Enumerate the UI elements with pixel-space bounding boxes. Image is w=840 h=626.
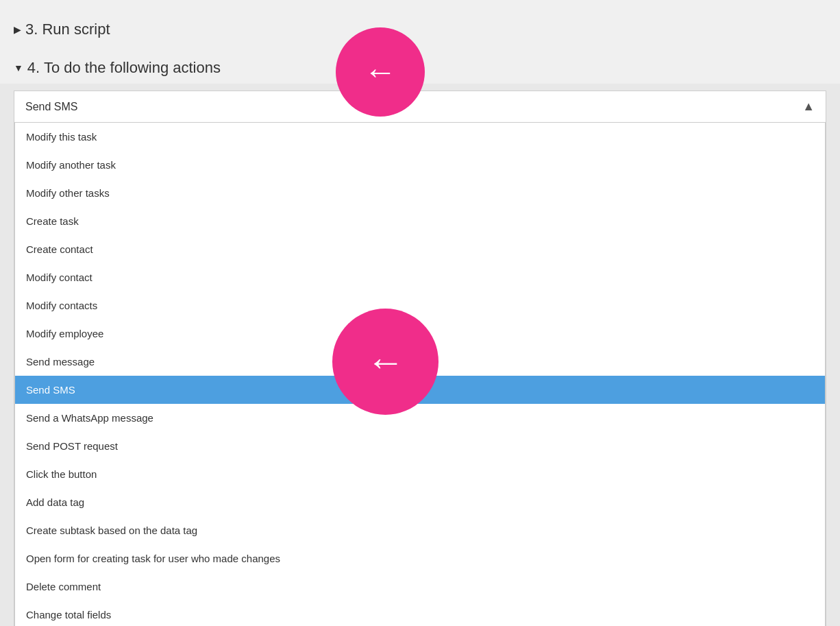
option-send-whatsapp[interactable]: Send a WhatsApp message	[15, 404, 825, 432]
action-dropdown-value: Send SMS	[25, 101, 77, 113]
arrow-circle-mid: ←	[332, 309, 438, 415]
section-3-triangle: ▶	[14, 24, 21, 35]
arrow-left-icon-mid: ←	[367, 343, 405, 381]
arrow-left-icon-top: ←	[364, 56, 397, 88]
option-open-form[interactable]: Open form for creating task for user who…	[15, 544, 825, 573]
section-3[interactable]: ▶ 3. Run script	[0, 14, 840, 45]
option-create-subtask[interactable]: Create subtask based on the data tag	[15, 516, 825, 544]
section-4-label: 4. To do the following actions	[27, 59, 221, 77]
option-create-task[interactable]: Create task	[15, 207, 825, 235]
option-modify-other-tasks[interactable]: Modify other tasks	[15, 179, 825, 207]
option-send-post[interactable]: Send POST request	[15, 432, 825, 460]
page-container: ← ← ▶ 3. Run script ▼ 4. To do the follo…	[0, 0, 840, 626]
option-modify-contacts[interactable]: Modify contacts	[15, 291, 825, 320]
section-3-label: 3. Run script	[25, 21, 110, 38]
section-4-triangle: ▼	[14, 62, 23, 73]
option-change-total-fields[interactable]: Change total fields	[15, 601, 825, 626]
option-modify-contact[interactable]: Modify contact	[15, 263, 825, 291]
dropdown-up-arrow: ▲	[802, 99, 815, 114]
option-click-button[interactable]: Click the button	[15, 460, 825, 488]
action-dropdown-selected[interactable]: Send SMS ▲	[14, 91, 826, 123]
section-3-header[interactable]: ▶ 3. Run script	[0, 14, 840, 45]
option-add-data-tag[interactable]: Add data tag	[15, 488, 825, 516]
option-modify-this-task[interactable]: Modify this task	[15, 123, 825, 151]
arrow-circle-top: ←	[336, 27, 425, 117]
option-create-contact[interactable]: Create contact	[15, 235, 825, 263]
option-modify-another-task[interactable]: Modify another task	[15, 151, 825, 179]
option-delete-comment[interactable]: Delete comment	[15, 573, 825, 601]
